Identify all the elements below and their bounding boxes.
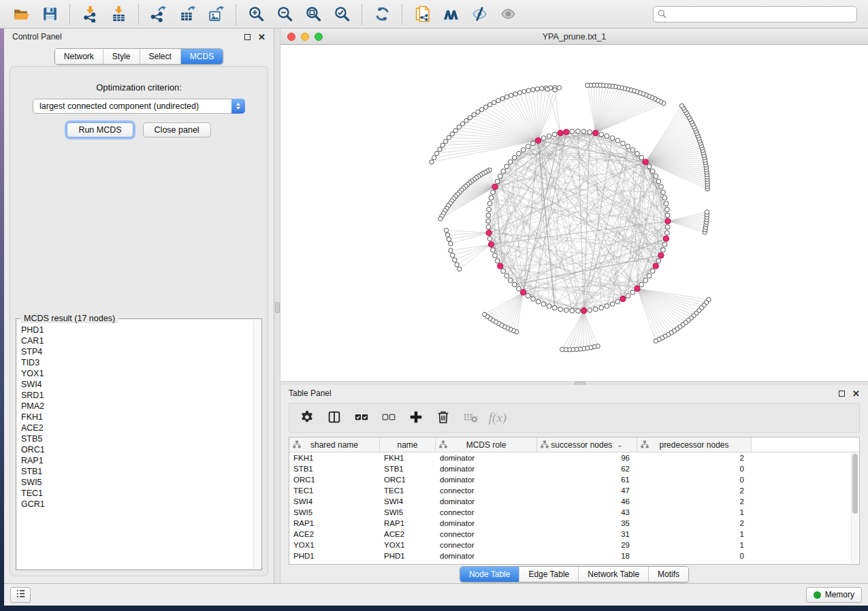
splitter-handle-icon[interactable] (275, 302, 280, 313)
import-table-button[interactable] (104, 2, 133, 27)
deselect-all-rows-button[interactable] (376, 406, 401, 430)
table-cell[interactable]: 0 (637, 550, 752, 561)
table-cell[interactable]: 35 (537, 518, 637, 529)
table-cell[interactable]: RAP1 (380, 518, 436, 529)
table-row[interactable]: YOX1YOX1connector291 (289, 540, 859, 550)
table-cell[interactable]: 2 (637, 518, 752, 529)
mcds-result-item[interactable]: ACE2 (17, 423, 253, 433)
table-cell[interactable]: dominator (436, 550, 537, 561)
float-panel-button[interactable] (244, 34, 251, 40)
table-cell[interactable]: TEC1 (289, 485, 380, 496)
table-cell[interactable]: 96 (537, 452, 637, 463)
select-all-rows-button[interactable] (349, 406, 374, 430)
table-cell[interactable]: 1 (637, 507, 752, 518)
table-cell[interactable]: 2 (637, 496, 752, 507)
mcds-result-item[interactable]: ORC1 (17, 444, 253, 455)
table-cell[interactable]: 31 (537, 529, 637, 540)
memory-button[interactable]: Memory (806, 587, 862, 603)
tab-style[interactable]: Style (103, 49, 140, 64)
graph-canvas[interactable] (280, 45, 868, 381)
mcds-result-item[interactable]: PMA2 (17, 401, 253, 412)
table-cell[interactable]: ORC1 (380, 474, 436, 485)
table-cell[interactable]: 0 (637, 474, 752, 485)
table-cell[interactable]: dominator (436, 496, 537, 507)
table-cell[interactable]: 0 (637, 463, 752, 474)
table-cell[interactable]: PHD1 (380, 550, 436, 561)
mcds-result-item[interactable]: PHD1 (17, 325, 253, 335)
mcds-result-item[interactable]: SWI5 (17, 477, 253, 488)
table-row[interactable]: SWI5SWI5connector431 (289, 507, 859, 518)
zoom-out-button[interactable] (270, 2, 299, 27)
close-panel-action-button[interactable]: Close panel (143, 122, 211, 137)
export-image-button[interactable] (202, 2, 230, 27)
table-cell[interactable]: FKH1 (380, 452, 436, 463)
table-cell[interactable]: ACE2 (289, 529, 380, 540)
table-cell[interactable]: 43 (537, 507, 637, 518)
mcds-result-item[interactable]: TID3 (17, 357, 253, 368)
refresh-button[interactable] (368, 2, 396, 27)
table-row[interactable]: SWI4SWI4dominator462 (289, 496, 859, 507)
table-cell[interactable]: dominator (436, 463, 537, 474)
table-cell[interactable]: dominator (436, 452, 537, 463)
table-cell[interactable]: dominator (436, 474, 537, 485)
table-cell[interactable]: 2 (637, 452, 752, 463)
close-table-panel-button[interactable]: ✕ (852, 389, 860, 398)
function-builder-button[interactable]: f(x) (485, 406, 510, 430)
optimization-criterion-dropdown[interactable]: largest connected component (undirected) (33, 99, 245, 114)
mcds-result-item[interactable]: YOX1 (17, 368, 253, 379)
table-row[interactable]: ORC1ORC1dominator610 (289, 474, 859, 485)
table-cell[interactable]: PHD1 (289, 550, 380, 561)
table-scrollbar-thumb[interactable] (852, 454, 858, 514)
tab-edge-table[interactable]: Edge Table (519, 567, 579, 582)
tab-node-table[interactable]: Node Table (460, 567, 520, 582)
column-header-successor-nodes[interactable]: successor nodes⌄ (537, 437, 637, 452)
table-cell[interactable]: 62 (537, 463, 637, 474)
table-cell[interactable]: 2 (637, 485, 752, 496)
column-header-name[interactable]: name (380, 437, 436, 452)
table-cell[interactable]: STB1 (289, 463, 380, 474)
table-cell[interactable]: STB1 (380, 463, 436, 474)
table-cell[interactable]: 1 (637, 540, 752, 550)
mcds-result-item[interactable]: GCR1 (17, 499, 253, 510)
search-input[interactable] (653, 6, 857, 22)
table-cell[interactable]: connector (436, 529, 537, 540)
table-cell[interactable]: ACE2 (380, 529, 436, 540)
table-cell[interactable]: 61 (537, 474, 637, 485)
table-cell[interactable]: YOX1 (289, 540, 380, 550)
table-scrollbar[interactable] (851, 452, 858, 563)
run-mcds-button[interactable]: Run MCDS (67, 122, 133, 137)
table-row[interactable]: STB1STB1dominator620 (289, 463, 859, 474)
table-cell[interactable]: SWI4 (380, 496, 436, 507)
mcds-result-item[interactable]: STP4 (17, 346, 253, 357)
import-network-button[interactable] (76, 2, 104, 27)
close-panel-button[interactable]: ✕ (258, 33, 266, 42)
table-row[interactable]: PHD1PHD1dominator180 (289, 550, 859, 561)
mcds-result-item[interactable]: STB1 (17, 466, 253, 477)
table-cell[interactable]: TEC1 (380, 485, 436, 496)
table-cell[interactable]: 47 (537, 485, 637, 496)
column-header-predecessor-nodes[interactable]: predecessor nodes (637, 437, 752, 452)
table-cell[interactable]: connector (436, 540, 537, 550)
export-network-button[interactable] (144, 2, 173, 27)
delete-table-button[interactable] (458, 406, 483, 430)
zoom-fit-button[interactable] (299, 2, 327, 27)
hide-selected-button[interactable] (465, 2, 494, 27)
tab-network-table[interactable]: Network Table (579, 567, 649, 582)
table-cell[interactable]: dominator (436, 518, 537, 529)
add-column-button[interactable] (404, 406, 428, 430)
table-settings-button[interactable] (295, 406, 319, 430)
table-cell[interactable]: YOX1 (380, 540, 436, 550)
tab-motifs[interactable]: Motifs (649, 567, 688, 582)
table-cell[interactable]: SWI5 (289, 507, 380, 518)
table-row[interactable]: RAP1RAP1dominator352 (289, 518, 859, 529)
export-table-button[interactable] (173, 2, 202, 27)
mcds-result-item[interactable]: FKH1 (17, 412, 253, 423)
save-session-button[interactable] (35, 2, 64, 27)
zoom-selected-button[interactable] (327, 2, 356, 27)
panel-splitter-vertical[interactable] (274, 29, 280, 583)
table-cell[interactable]: RAP1 (289, 518, 380, 529)
tab-network[interactable]: Network (55, 49, 103, 64)
mcds-result-item[interactable]: STB5 (17, 433, 253, 444)
clone-network-button[interactable] (408, 2, 436, 27)
table-cell[interactable]: 46 (537, 496, 637, 507)
